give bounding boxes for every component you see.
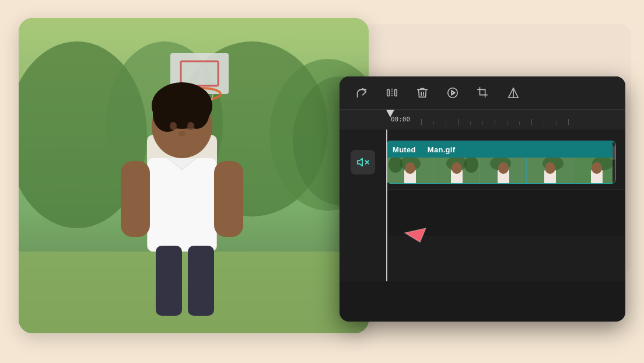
ruler-ticks — [386, 119, 569, 127]
svg-point-22 — [170, 122, 177, 130]
svg-rect-29 — [188, 246, 214, 316]
thumbnail-4 — [527, 158, 573, 184]
playhead-vertical-line — [386, 130, 387, 281]
scene-wrapper: 00:00 — [19, 18, 625, 345]
split-icon[interactable] — [384, 85, 400, 101]
playback-svg — [446, 86, 459, 99]
crop-icon[interactable] — [475, 85, 491, 101]
delete-svg — [416, 86, 429, 99]
thumbnail-3 — [480, 158, 527, 184]
svg-point-62 — [592, 162, 602, 174]
svg-point-58 — [545, 162, 555, 174]
background-scene — [19, 18, 369, 333]
editor-tracks-area: Muted Man.gif — [340, 130, 625, 281]
editor-toolbar — [340, 76, 625, 110]
redo-svg — [355, 86, 368, 99]
svg-rect-31 — [395, 90, 397, 96]
thumbnail-1 — [387, 158, 433, 184]
track-scrollbar[interactable] — [612, 141, 615, 183]
track-filename-label: Man.gif — [428, 145, 456, 154]
svg-point-54 — [498, 162, 509, 174]
svg-rect-25 — [148, 158, 216, 252]
playhead — [386, 110, 394, 117]
muted-speaker-icon — [356, 156, 369, 169]
track-header: Muted Man.gif — [387, 141, 615, 158]
svg-rect-30 — [387, 90, 390, 96]
adjust-svg — [507, 86, 520, 99]
delete-icon[interactable] — [414, 85, 430, 101]
photo-placeholder — [19, 18, 369, 333]
track-muted-label: Muted — [393, 145, 416, 154]
track-label-area — [340, 150, 386, 174]
thumbnail-2 — [433, 158, 480, 184]
svg-point-35 — [452, 92, 454, 94]
svg-point-23 — [187, 122, 194, 130]
redo-icon[interactable] — [354, 85, 370, 101]
svg-rect-28 — [156, 246, 182, 316]
svg-rect-26 — [121, 161, 150, 237]
crop-svg — [477, 86, 489, 99]
svg-rect-27 — [214, 161, 243, 237]
svg-point-20 — [153, 97, 182, 132]
editor-panel: 00:00 — [340, 76, 625, 322]
thumbnails-strip — [387, 158, 615, 184]
mute-button[interactable] — [351, 150, 375, 174]
playhead-arrow — [386, 110, 394, 117]
playback-speed-icon[interactable] — [444, 85, 461, 101]
track-scrollbar-thumb — [612, 146, 615, 160]
svg-marker-63 — [405, 228, 426, 242]
track-content: Muted Man.gif — [386, 141, 616, 184]
svg-point-50 — [452, 162, 462, 174]
photo-card — [19, 18, 369, 333]
svg-point-45 — [405, 162, 415, 174]
track-row-video: Muted Man.gif — [340, 139, 625, 186]
svg-marker-38 — [358, 159, 362, 166]
svg-point-21 — [184, 96, 209, 129]
thumbnail-5 — [573, 158, 615, 184]
split-svg — [386, 86, 398, 99]
cursor-arrow — [402, 221, 428, 249]
adjust-icon[interactable] — [505, 85, 522, 101]
timeline-ruler: 00:00 — [340, 110, 625, 130]
svg-point-24 — [178, 131, 186, 137]
